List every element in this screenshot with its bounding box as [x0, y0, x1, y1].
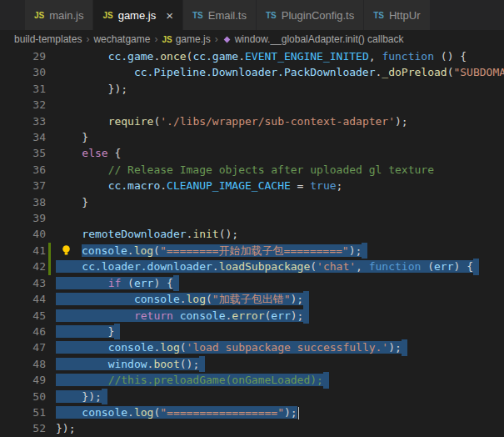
gutter-decoration-zone	[46, 243, 56, 259]
line-number: 34	[0, 129, 46, 145]
js-file-icon: JS	[102, 11, 112, 20]
code-line-content: remoteDownloader.init();	[56, 226, 238, 242]
tab-label: Email.ts	[208, 9, 247, 22]
tab-pluginconfig-ts[interactable]: TSPluginConfig.ts	[257, 0, 364, 30]
code-line-content: cc.loader.downloader.loadSubpackage('cha…	[56, 259, 479, 274]
code-editor[interactable]: 29 cc.game.once(cc.game.EVENT_ENGINE_INI…	[0, 48, 504, 437]
tab-main-js[interactable]: JSmain.js	[25, 0, 93, 30]
tab-email-ts[interactable]: TSEmail.ts	[183, 0, 257, 30]
code-line[interactable]: 40 remoteDownloader.init();	[0, 226, 504, 242]
tab-game-js[interactable]: JSgame.js×	[93, 0, 183, 30]
code-token: .	[160, 179, 167, 192]
code-token	[56, 374, 108, 386]
gutter-decoration-zone	[46, 420, 56, 436]
code-line[interactable]: 42 cc.loader.downloader.loadSubpackage('…	[0, 259, 504, 274]
breadcrumb-item[interactable]: wechatgame	[93, 33, 150, 45]
gutter-decoration-zone	[46, 113, 56, 129]
gutter-decoration-zone	[46, 210, 56, 226]
code-token: );	[349, 244, 362, 257]
code-token	[173, 309, 180, 322]
code-token: (	[180, 341, 187, 354]
code-token: =	[291, 179, 310, 192]
quickfix-lightbulb-icon[interactable]	[56, 243, 82, 259]
code-line-content: window.boot();	[56, 356, 205, 372]
code-token: ();	[219, 228, 238, 240]
code-token: err	[271, 309, 290, 322]
editor-tabs: JSmain.jsJSgame.js×TSEmail.tsTSPluginCon…	[25, 0, 504, 30]
code-token	[56, 277, 108, 289]
line-number: 46	[0, 324, 46, 339]
code-line[interactable]: 52});	[0, 420, 504, 436]
line-number: 36	[0, 162, 46, 178]
line-number: 41	[0, 243, 46, 259]
close-tab-icon[interactable]: ×	[166, 9, 173, 22]
selection-highlight: return console.error(err);	[56, 309, 303, 322]
code-line[interactable]: 46 }	[0, 324, 504, 339]
gutter-decoration-zone	[46, 178, 56, 193]
breadcrumb-item[interactable]: build-templates	[14, 33, 82, 45]
code-token: {	[108, 147, 122, 159]
breadcrumb-item[interactable]: window.__globalAdapter.init() callback	[222, 33, 404, 45]
code-line[interactable]: 43 if (err) {	[0, 275, 504, 291]
line-number: 51	[0, 404, 46, 420]
code-token	[56, 147, 82, 159]
code-line[interactable]: 51 console.log("=================");	[0, 404, 504, 420]
code-token: });	[56, 390, 102, 403]
code-line[interactable]: 38 }	[0, 194, 504, 210]
code-line-content: cc.macro.CLEANUP_IMAGE_CACHE = true;	[56, 178, 342, 193]
code-token: log	[134, 406, 153, 419]
line-number: 45	[0, 308, 46, 324]
code-line[interactable]: 33 require('./libs/wrapper/sub-context-a…	[0, 113, 504, 129]
code-line-content: require('./libs/wrapper/sub-context-adap…	[56, 113, 408, 129]
code-token: (	[206, 293, 212, 305]
breadcrumb-label: game.js	[176, 33, 211, 45]
code-token: }	[56, 196, 88, 208]
code-line[interactable]: 31 });	[0, 81, 504, 97]
code-token: console	[134, 293, 180, 305]
code-line[interactable]: 41console.log("========开始加载子包=========")…	[0, 243, 504, 259]
breadcrumb-item[interactable]: JSgame.js	[162, 33, 210, 45]
gutter-decoration-zone	[46, 404, 56, 420]
code-line[interactable]: 32	[0, 97, 504, 113]
code-token	[56, 406, 82, 419]
code-line[interactable]: 29 cc.game.once(cc.game.EVENT_ENGINE_INI…	[0, 48, 504, 64]
code-line[interactable]: 35 else {	[0, 145, 504, 161]
code-line[interactable]: 47 console.log('load subpackage successf…	[0, 339, 504, 355]
code-token: cc.Pipeline.Downloader.PackDownloader	[134, 66, 376, 78]
code-line[interactable]: 37 cc.macro.CLEANUP_IMAGE_CACHE = true;	[0, 178, 504, 193]
code-token: // Release Image objects after uploaded …	[108, 163, 434, 176]
selection-newline-pad	[402, 339, 407, 355]
code-token: init	[192, 228, 218, 240]
vscode-editor-window: JSmain.jsJSgame.js×TSEmail.tsTSPluginCon…	[0, 0, 504, 437]
code-token: .	[212, 260, 219, 273]
code-token	[56, 66, 134, 78]
gutter-decoration-zone	[46, 64, 56, 80]
gutter-decoration-zone	[46, 339, 56, 355]
code-token: ();	[180, 358, 199, 370]
code-token: //this.preloadGame(onGameLoaded);	[108, 374, 323, 386]
gutter-decoration-zone	[46, 194, 56, 210]
selection-highlight: window.boot();	[56, 358, 199, 370]
code-token	[56, 341, 108, 354]
code-token: _doPreload	[382, 66, 447, 78]
tab-httpur[interactable]: TSHttpUr	[364, 0, 430, 30]
code-line[interactable]: 30 cc.Pipeline.Downloader.PackDownloader…	[0, 64, 504, 80]
code-token: cc.macro	[108, 179, 161, 192]
code-line-content: console.log("========开始加载子包=========");	[56, 243, 367, 259]
code-line[interactable]: 34 }	[0, 129, 504, 145]
code-token	[56, 115, 108, 128]
selection-newline-pad	[303, 291, 309, 307]
line-number: 50	[0, 389, 46, 404]
code-line[interactable]: 50 });	[0, 389, 504, 404]
code-line[interactable]: 36 // Release Image objects after upload…	[0, 162, 504, 178]
code-line[interactable]: 48 window.boot();	[0, 356, 504, 372]
code-line[interactable]: 39	[0, 210, 504, 226]
line-number: 43	[0, 275, 46, 291]
code-line[interactable]: 45 return console.error(err);	[0, 308, 504, 324]
code-line-content: else {	[56, 145, 121, 161]
code-line[interactable]: 49 //this.preloadGame(onGameLoaded);	[0, 372, 504, 388]
code-token: ) {	[453, 260, 472, 273]
code-line-content: }	[56, 324, 120, 339]
code-token: console	[82, 244, 127, 257]
code-line[interactable]: 44 console.log("加载子包出错");	[0, 291, 504, 307]
